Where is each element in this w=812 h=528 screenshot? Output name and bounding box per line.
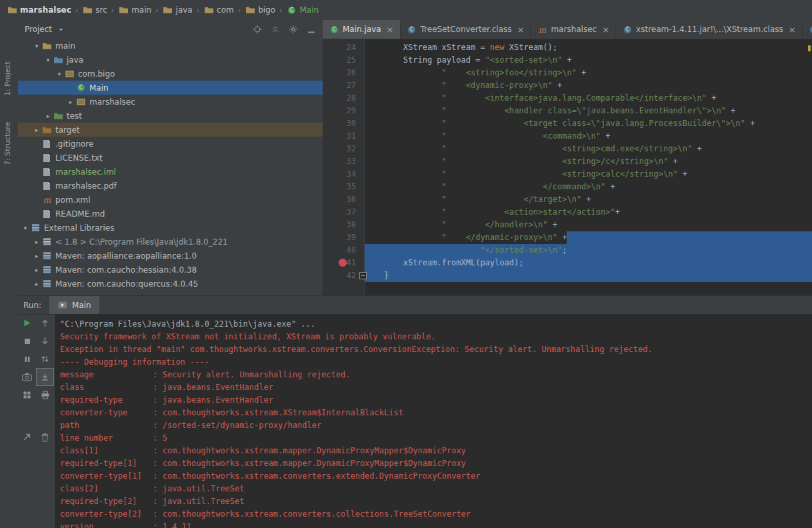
tree-item-license-txt[interactable]: LICENSE.txt: [18, 151, 323, 165]
code-line-34[interactable]: " <string>calc</string>\n" +: [365, 168, 812, 181]
code-line-28[interactable]: " <interface>java.lang.Comparable</inter…: [365, 92, 812, 105]
gutter-line-41[interactable]: 41: [323, 257, 364, 269]
tree-item-marshalsec[interactable]: ▸marshalsec: [18, 95, 323, 109]
tree-item-external-libraries[interactable]: ▾External Libraries: [18, 221, 323, 235]
rerun-button[interactable]: [18, 314, 36, 332]
gutter-line-31[interactable]: 31: [323, 130, 364, 143]
code-line-33[interactable]: " <string>/c</string>\n" +: [365, 155, 812, 168]
gutter-line-42[interactable]: 42: [323, 269, 364, 282]
gutter-line-34[interactable]: 34: [323, 168, 364, 181]
tree-item-test[interactable]: ▸test: [18, 109, 323, 123]
chevron-right-icon[interactable]: ▸: [66, 99, 75, 105]
close-icon[interactable]: ×: [387, 25, 394, 34]
fold-marker-icon[interactable]: [359, 272, 367, 279]
code-line-36[interactable]: " </target>\n" +: [365, 193, 812, 206]
tree-item-readme-md[interactable]: README.md: [18, 207, 323, 221]
gutter-line-32[interactable]: 32: [323, 143, 364, 155]
tree-item-main[interactable]: ▾main: [18, 39, 323, 53]
chevron-right-icon[interactable]: ▸: [32, 239, 41, 245]
gutter-line-24[interactable]: 24: [323, 41, 364, 54]
chevron-right-icon[interactable]: ▸: [32, 253, 41, 259]
tab-main-java[interactable]: CMain.java×: [323, 20, 401, 39]
code-line-31[interactable]: " <command>\n" +: [365, 130, 812, 143]
tree-item-com-bigo[interactable]: ▾com.bigo: [18, 67, 323, 81]
code-line-27[interactable]: " <dynamic-proxy>\n" +: [365, 79, 812, 92]
chevron-down-icon[interactable]: ▾: [32, 43, 41, 49]
code-line-40[interactable]: "</sorted-set>\n";: [365, 244, 812, 257]
tree-item-marshalsec-pdf[interactable]: marshalsec.pdf: [18, 179, 323, 193]
chevron-right-icon[interactable]: ▸: [32, 281, 41, 287]
breadcrumb-item-main[interactable]: main: [117, 5, 153, 15]
settings-icon[interactable]: [289, 25, 298, 34]
project-view-selector[interactable]: Project: [25, 25, 66, 35]
gutter-line-33[interactable]: 33: [323, 155, 364, 168]
memory-view-button[interactable]: [18, 386, 36, 404]
clear-all-button[interactable]: [36, 428, 54, 446]
toolwindow-button-project[interactable]: 1: Project: [3, 43, 14, 96]
print-button[interactable]: [36, 386, 54, 404]
pause-output-button[interactable]: [18, 350, 36, 368]
down-stack-trace-button[interactable]: [36, 332, 54, 350]
gutter-line-28[interactable]: 28: [323, 92, 364, 105]
breadcrumb-item-marshalsec[interactable]: marshalsec: [5, 5, 73, 15]
gutter-line-38[interactable]: 38: [323, 219, 364, 231]
tree-item-gitignore[interactable]: .gitignore: [18, 137, 323, 151]
collapse-icon[interactable]: [271, 25, 280, 34]
gutter-line-40[interactable]: 40: [323, 244, 364, 257]
code-line-39[interactable]: " </dynamic-proxy>\n" +: [365, 231, 812, 244]
chevron-down-icon[interactable]: ▾: [55, 71, 64, 77]
tree-item-main[interactable]: CMain: [18, 81, 323, 95]
tree-item-maven-com-caucho-hessian-4-0-38[interactable]: ▸Maven: com.caucho:hessian:4.0.38: [18, 263, 323, 277]
gutter-line-37[interactable]: 37: [323, 206, 364, 219]
breadcrumb-item-java[interactable]: java: [161, 5, 194, 15]
hide-icon[interactable]: [307, 25, 316, 34]
code-line-37[interactable]: " <action>start</action>"+: [365, 206, 812, 219]
code-line-38[interactable]: " </handler>\n" +: [365, 219, 812, 231]
tab-xstream-1-4-11-jar-xstream-class[interactable]: Cxstream-1.4.11.jar!\...\XStream.class×: [616, 20, 803, 39]
gutter-line-26[interactable]: 26: [323, 67, 364, 79]
tree-item-pom-xml[interactable]: mpom.xml: [18, 193, 323, 207]
thread-dump-button[interactable]: [18, 368, 36, 386]
code-line-25[interactable]: String payload = "<sorted-set>\n" +: [365, 54, 812, 67]
breakpoint-icon[interactable]: [339, 259, 347, 267]
locate-icon[interactable]: [253, 25, 262, 34]
close-icon[interactable]: ×: [789, 25, 796, 34]
code-line-42[interactable]: }: [365, 269, 812, 282]
code-line-29[interactable]: " <handler class=\"java.beans.EventHandl…: [365, 105, 812, 117]
tree-item-1-8-c-program-files-java-jdk1-8-0-221[interactable]: ▸< 1.8 > C:\Program Files\Java\jdk1.8.0_…: [18, 235, 323, 249]
gutter-line-25[interactable]: 25: [323, 54, 364, 67]
tab-treesetconverter-class[interactable]: CTreeSetConverter.class×: [401, 20, 531, 39]
gutter-line-36[interactable]: 36: [323, 193, 364, 206]
gutter-line-35[interactable]: 35: [323, 181, 364, 193]
scroll-to-end-button[interactable]: [36, 368, 54, 386]
code-line-41[interactable]: xStream.fromXML(payload);: [365, 257, 812, 269]
code-line-24[interactable]: XStream xStream = new XStream();: [365, 41, 812, 54]
close-icon[interactable]: ×: [517, 25, 525, 34]
breadcrumb-item-com[interactable]: com: [202, 5, 235, 15]
up-stack-trace-button[interactable]: [36, 314, 54, 332]
code-area[interactable]: XStream xStream = new XStream(); String …: [365, 41, 812, 282]
code-line-32[interactable]: " <string>cmd.exe</string>\n" +: [365, 143, 812, 155]
code-line-35[interactable]: " </command>\n" +: [365, 181, 812, 193]
chevron-right-icon[interactable]: ▸: [32, 267, 41, 273]
chevron-right-icon[interactable]: ▸: [43, 113, 53, 119]
breadcrumb-item-src[interactable]: src: [81, 5, 109, 15]
close-icon[interactable]: ×: [602, 25, 609, 34]
gutter-line-29[interactable]: 29: [323, 105, 364, 117]
console-output[interactable]: "C:\Program Files\Java\jdk1.8.0_221\bin\…: [55, 314, 812, 528]
chevron-right-icon[interactable]: ▸: [32, 127, 41, 133]
breadcrumb-item-main[interactable]: CMain: [285, 5, 320, 15]
gutter-line-30[interactable]: 30: [323, 117, 364, 130]
code-line-26[interactable]: " <string>foo</string>\n" +: [365, 67, 812, 79]
soft-wrap-button[interactable]: [36, 350, 54, 368]
chevron-down-icon[interactable]: ▾: [43, 57, 53, 63]
code-line-30[interactable]: " <target class=\"java.lang.ProcessBuild…: [365, 117, 812, 130]
tree-item-java[interactable]: ▾java: [18, 53, 323, 67]
gutter-line-39[interactable]: 39: [323, 231, 364, 244]
tree-item-target[interactable]: ▸target: [18, 123, 323, 137]
tab-treeun[interactable]: CTreeUn×: [803, 20, 812, 39]
tab-marshalsec[interactable]: mmarshalsec×: [531, 20, 616, 39]
gutter-line-27[interactable]: 27: [323, 79, 364, 92]
tree-item-marshalsec-iml[interactable]: marshalsec.iml: [18, 165, 323, 179]
toolwindow-button-structure[interactable]: 7: Structure: [3, 99, 14, 165]
